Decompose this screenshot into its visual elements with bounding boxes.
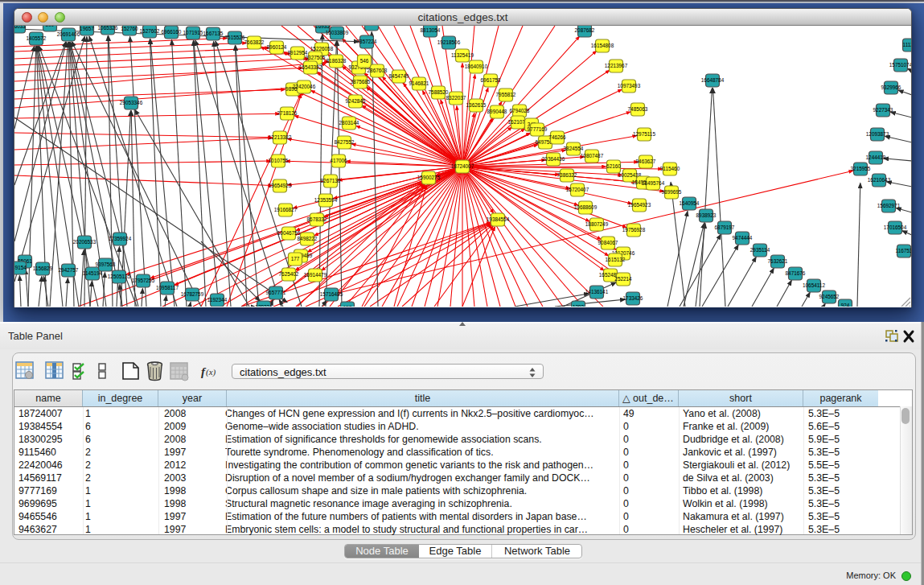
svg-text:1405572: 1405572 xyxy=(27,35,47,41)
svg-text:19218506: 19218506 xyxy=(437,39,461,45)
svg-text:7515526: 7515526 xyxy=(225,35,245,40)
svg-text:15226058: 15226058 xyxy=(310,46,334,51)
svg-text:6961758: 6961758 xyxy=(481,77,501,83)
svg-text:18724007: 18724007 xyxy=(451,163,474,169)
svg-text:15720407: 15720407 xyxy=(566,187,589,192)
svg-text:9899695: 9899695 xyxy=(662,189,682,195)
svg-text:252214: 252214 xyxy=(614,276,632,282)
svg-text:1362615: 1362615 xyxy=(466,102,487,108)
svg-text:2718126: 2718126 xyxy=(277,110,298,116)
svg-text:9115460: 9115460 xyxy=(660,166,680,171)
svg-text:9084067: 9084067 xyxy=(598,240,618,245)
svg-text:19654925: 19654925 xyxy=(269,183,292,188)
svg-text:7955812: 7955812 xyxy=(496,92,516,97)
svg-text:1192344: 1192344 xyxy=(207,297,228,303)
svg-text:15751074: 15751074 xyxy=(889,62,912,68)
svg-text:8960124: 8960124 xyxy=(267,44,287,50)
svg-text:1667135: 1667135 xyxy=(203,31,224,36)
svg-text:16648784: 16648784 xyxy=(701,77,725,83)
svg-text:1292: 1292 xyxy=(573,304,585,307)
svg-text:11123: 11123 xyxy=(903,42,912,47)
svg-text:1527602: 1527602 xyxy=(140,28,160,34)
svg-text:3875685: 3875685 xyxy=(351,79,371,84)
svg-text:19657: 19657 xyxy=(80,26,94,31)
svg-text:8990448: 8990448 xyxy=(487,109,507,114)
svg-text:17359924: 17359924 xyxy=(109,236,132,241)
svg-text:29053346: 29053346 xyxy=(120,100,143,105)
svg-text:8322037: 8322037 xyxy=(446,95,466,101)
svg-text:16154808: 16154808 xyxy=(591,43,614,48)
svg-text:22420046: 22420046 xyxy=(293,84,316,89)
svg-text:1615132: 1615132 xyxy=(606,257,626,262)
svg-text:1145194: 1145194 xyxy=(83,270,103,276)
svg-text:8498222: 8498222 xyxy=(298,236,318,241)
svg-text:16033809: 16033809 xyxy=(326,30,349,35)
svg-text:19384554: 19384554 xyxy=(487,216,510,222)
svg-text:7663822: 7663822 xyxy=(244,39,265,45)
svg-text:1244419: 1244419 xyxy=(866,154,886,160)
svg-text:157: 157 xyxy=(343,305,352,307)
svg-text:18495764: 18495764 xyxy=(642,180,665,186)
svg-text:9327505: 9327505 xyxy=(306,55,326,60)
svg-text:15716485: 15716485 xyxy=(320,291,343,297)
svg-text:8454749: 8454749 xyxy=(389,73,409,79)
svg-text:546: 546 xyxy=(360,58,369,64)
svg-text:19166827: 19166827 xyxy=(274,207,298,212)
svg-text:11325419: 11325419 xyxy=(451,52,474,58)
svg-text:10654112: 10654112 xyxy=(803,282,825,288)
svg-text:9463627: 9463627 xyxy=(636,159,656,164)
svg-text:16935: 16935 xyxy=(315,26,330,29)
svg-text:9242845: 9242845 xyxy=(346,98,366,104)
svg-text:12353594: 12353594 xyxy=(314,197,338,203)
svg-text:1156829: 1156829 xyxy=(33,266,53,271)
svg-text:924: 924 xyxy=(841,303,850,307)
svg-text:18640910: 18640910 xyxy=(465,64,488,69)
svg-text:18807249: 18807249 xyxy=(585,221,609,227)
svg-text:1071915: 1071915 xyxy=(183,30,203,35)
svg-text:16782759: 16782759 xyxy=(181,291,204,297)
svg-text:1733426: 1733426 xyxy=(623,295,643,301)
svg-text:12975115: 12975115 xyxy=(633,131,655,137)
svg-text:3824554: 3824554 xyxy=(564,146,584,151)
svg-text:10958117: 10958117 xyxy=(156,285,179,290)
svg-text:9227343: 9227343 xyxy=(873,107,893,113)
svg-text:209: 209 xyxy=(46,26,55,27)
svg-text:16914479: 16914479 xyxy=(304,272,327,278)
svg-text:9474444: 9474444 xyxy=(733,235,753,241)
svg-text:77: 77 xyxy=(368,26,375,27)
svg-text:8938923: 8938923 xyxy=(696,212,717,218)
svg-text:15900275: 15900275 xyxy=(417,175,441,180)
svg-text:(x): (x) xyxy=(206,367,216,377)
svg-text:2867608: 2867608 xyxy=(368,68,388,73)
svg-text:8678332: 8678332 xyxy=(307,216,327,222)
svg-text:1065326: 1065326 xyxy=(98,26,118,31)
svg-text:16543382: 16543382 xyxy=(299,64,322,70)
svg-text:1640954: 1640954 xyxy=(680,200,700,206)
svg-text:14136141: 14136141 xyxy=(585,289,609,295)
svg-text:17957255: 17957255 xyxy=(132,278,155,283)
svg-text:39154: 39154 xyxy=(14,265,27,270)
svg-text:2803144: 2803144 xyxy=(339,120,359,126)
svg-text:9329966: 9329966 xyxy=(881,84,901,90)
svg-text:6966160: 6966160 xyxy=(162,29,182,35)
svg-text:19654923: 19654923 xyxy=(628,202,651,208)
svg-text:7632621: 7632621 xyxy=(768,258,788,264)
svg-text:8186328: 8186328 xyxy=(326,58,347,64)
svg-text:2935114: 2935114 xyxy=(750,247,770,253)
svg-text:8267130: 8267130 xyxy=(321,178,341,183)
svg-text:152760: 152760 xyxy=(121,26,138,31)
svg-text:116753: 116753 xyxy=(896,248,912,253)
svg-text:10973493: 10973493 xyxy=(618,83,641,89)
svg-text:7857224: 7857224 xyxy=(357,39,377,44)
svg-text:9146821: 9146821 xyxy=(409,80,429,86)
svg-text:16033: 16033 xyxy=(14,26,26,29)
svg-text:177: 177 xyxy=(291,256,300,262)
svg-text:6879197: 6879197 xyxy=(715,225,735,230)
svg-text:62160: 62160 xyxy=(606,163,621,169)
svg-text:17016504: 17016504 xyxy=(884,225,907,230)
svg-text:20691406: 20691406 xyxy=(57,31,80,37)
svg-text:12213382: 12213382 xyxy=(269,134,292,140)
svg-text:9397568: 9397568 xyxy=(96,262,116,267)
svg-text:7485063: 7485063 xyxy=(628,106,648,112)
svg-text:8427552: 8427552 xyxy=(335,139,355,145)
